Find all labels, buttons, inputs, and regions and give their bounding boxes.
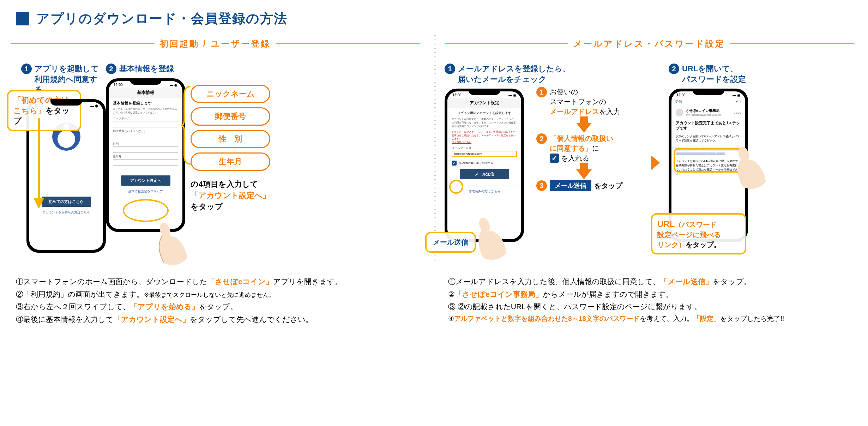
instruction-text: 「アカウント設定へ」 <box>191 190 270 201</box>
step-number: 2 <box>106 64 116 74</box>
yellow-arrow-icon <box>32 118 46 208</box>
first-time-button[interactable]: 初めての方はこちら <box>42 197 91 207</box>
consent-checkbox[interactable]: ✓ <box>452 161 457 166</box>
nav-icons: ∧ ∨ <box>736 99 742 104</box>
skip-link[interactable]: 基本情報設定をスキップ <box>113 189 178 194</box>
nickname-input[interactable] <box>113 121 178 127</box>
title-text: アプリのダウンロード・会員登録の方法 <box>36 10 288 28</box>
notch-icon <box>130 78 162 85</box>
notch-icon <box>469 89 500 95</box>
time-label: 12:00 <box>114 83 123 87</box>
callout-text: URL <box>657 219 675 229</box>
callout-send-button: メール送信 <box>425 232 476 253</box>
sub-step-text: お使いの スマートフォンの メールアドレスを入力 <box>550 87 620 116</box>
consent-label: 個人情報の取り扱いに同意する <box>458 161 493 165</box>
sub-steps-column: 1 お使いの スマートフォンの メールアドレスを入力 2 「個人情報の取扱い に… <box>536 87 632 193</box>
callout-text: （パスワード <box>675 221 717 228</box>
birth-input[interactable] <box>113 159 178 166</box>
highlight-circle-icon <box>123 199 169 222</box>
bracket-icon <box>181 85 191 166</box>
step-number: 1 <box>21 64 32 74</box>
description-right: ①メールアドレスを入力した後、個人情報の取扱に同意して、「メール送信」をタップ。… <box>448 275 850 324</box>
screen-note: ニックネームは外部のユーザーに表示される可能性があるので、個人情報は設定しないで… <box>113 107 178 114</box>
instruction-text: をタップ <box>191 201 270 212</box>
hand-pointer-icon <box>471 214 513 263</box>
instruction-text: の4項目を入力して <box>191 179 270 190</box>
sub-step-text: 「個人情報の取扱い に同意する」に ✓ を入れる <box>550 133 613 163</box>
hand-pointer-icon <box>152 219 194 269</box>
recipient: 宛先: sknaradewa2@icloud.com <box>686 113 732 117</box>
line-icon <box>445 43 568 44</box>
field-pill: 性 別 <box>191 130 270 148</box>
section-email-password: メールアドレス・パスワード設定 1 メールアドレスを登録したら、 届いたメールを… <box>445 38 854 242</box>
field-label: 性別 <box>113 142 178 146</box>
field-pill: 生年月 <box>191 152 270 171</box>
vertical-divider <box>434 34 436 263</box>
callout-text: 設定ページに飛べる <box>657 231 721 239</box>
page-title: アプリのダウンロード・会員登録の方法 <box>16 10 288 28</box>
mail-body: 以下のリンクを開いてEメールアドレス登録とパスワード設定を確認してください。 <box>676 134 741 143</box>
section-first-launch: 初回起動 / ユーザー登録 1 アプリを起動して 利用規約へ同意する 12:00… <box>11 38 420 253</box>
time-label: 12:00 <box>676 93 686 97</box>
signal-icon: ▬ ◉ <box>170 83 177 87</box>
mail-time: 12:00 <box>734 111 741 114</box>
arrow-down-icon <box>576 169 592 179</box>
send-email-button[interactable]: メール送信 <box>460 169 509 179</box>
callout-url: URL（パスワード 設定ページに飛べる リンク）をタップ。 <box>651 213 746 255</box>
section-label: 初回起動 / ユーザー登録 <box>160 38 271 49</box>
sender-name: させぼeコイン事務局 <box>686 108 732 113</box>
arrow-down-icon <box>576 123 592 133</box>
field-label: 生年月 <box>113 155 178 158</box>
check-badge-icon: ✓ <box>550 154 559 163</box>
send-badge: メール送信 <box>550 180 591 191</box>
avatar-icon <box>676 109 683 116</box>
screen-subtitle: 基本情報を登録します <box>113 101 178 106</box>
step-title-text: メールアドレスを登録したら、 届いたメールをチェック <box>458 64 570 84</box>
field-pill: ニックネーム <box>191 85 270 103</box>
arrow-right-icon <box>651 156 660 170</box>
field-label: メールアドレス <box>452 146 517 150</box>
existing-account-link[interactable]: アカウントをお持ちの方はこちら <box>29 210 103 215</box>
notch-icon <box>693 89 724 95</box>
section-label: メールアドレス・パスワード設定 <box>573 38 725 49</box>
line-icon <box>11 43 155 44</box>
screen-heading: 基本情報 <box>109 88 182 98</box>
callout-text: こちら」 <box>13 106 46 115</box>
signal-icon: ▬ ◉ <box>508 93 516 97</box>
callout-text: をタップ。 <box>686 241 721 248</box>
sub-step-number: 3 <box>536 180 547 191</box>
zipcode-input[interactable] <box>113 134 178 140</box>
back-link[interactable]: 受信 <box>675 99 682 104</box>
step-title-text: URLを開いて、 パスワードを設定 <box>682 64 746 84</box>
notch-icon <box>50 99 82 106</box>
callout-text: リンク） <box>657 241 686 248</box>
sub-step-number: 1 <box>536 87 547 97</box>
warning-text: ドコモメールなどキャリアメールをご利用の方は以下の注意事項をご確認いただき、メー… <box>452 130 517 140</box>
field-label: 郵便番号（ハイフンなし） <box>113 129 178 133</box>
line-icon <box>730 43 854 44</box>
signal-icon: ▬ ◉ <box>733 93 740 97</box>
signal-icon: ▬ ◉ <box>90 104 98 108</box>
time-label: 12:00 <box>452 93 462 97</box>
line-icon <box>276 43 420 44</box>
account-setup-button[interactable]: アカウント設定へ <box>121 175 170 186</box>
sub-step-number: 2 <box>536 133 547 144</box>
step-number: 2 <box>669 64 679 74</box>
mail-subject: アカウント設定完了まであと1ステップです <box>676 120 741 131</box>
title-square-icon <box>16 12 29 25</box>
step-title-text: 基本情報を登録 <box>119 64 174 74</box>
field-label: ニックネーム <box>113 116 178 120</box>
hand-pointer-icon <box>730 143 773 192</box>
description-left: ①スマートフォンのホーム画面から、ダウンロードした「させぼeコイン」アプリを開き… <box>16 275 418 326</box>
email-input[interactable] <box>452 151 517 157</box>
field-pill: 郵便番号 <box>191 107 270 126</box>
gender-input[interactable] <box>113 146 178 153</box>
phone-mockup-2: 12:00▬ ◉ 基本情報 基本情報を登録します ニックネームは外部のユーザーに… <box>106 78 185 232</box>
step-number: 1 <box>445 64 455 74</box>
screen-note: アカウントを設定すると、複数のスマートフォンでコインの利用が可能になります。また… <box>452 118 517 128</box>
warning-link[interactable]: 注意事項はこちら <box>452 140 517 144</box>
screen-heading: アカウント設定 <box>447 98 521 108</box>
screen-subtitle: ログイン用のアカウントを設定します <box>452 111 517 115</box>
sub-step-text: をタップ <box>594 181 622 191</box>
